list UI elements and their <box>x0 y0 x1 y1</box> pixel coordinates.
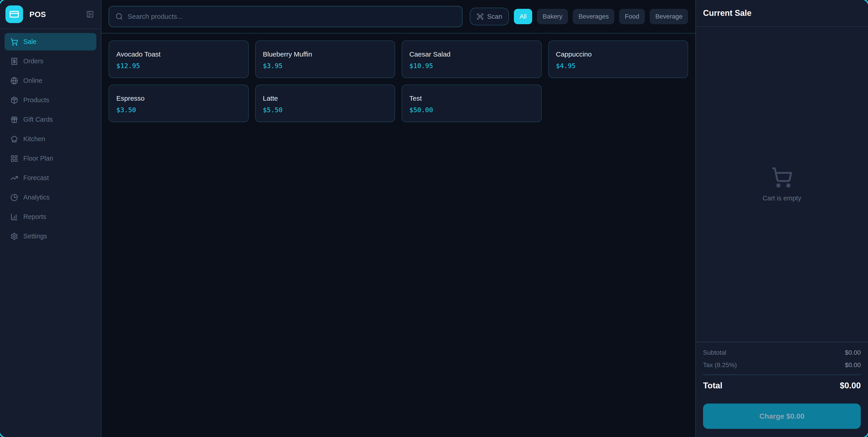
app-title: POS <box>29 10 86 19</box>
sidebar-item-label: Kitchen <box>23 135 45 143</box>
shopping-cart-icon <box>10 38 18 46</box>
sidebar-item-analytics[interactable]: Analytics <box>4 189 96 206</box>
sidebar-item-products[interactable]: Products <box>4 91 96 109</box>
product-card[interactable]: Test$50.00 <box>402 85 542 122</box>
product-name: Avocado Toast <box>116 51 241 58</box>
product-price: $3.50 <box>116 106 241 114</box>
sidebar-nav: SaleOrdersOnlineProductsGift CardsKitche… <box>0 29 101 249</box>
sidebar-item-label: Sale <box>23 38 36 45</box>
product-name: Caesar Salad <box>409 51 534 58</box>
scan-barcode-icon <box>476 13 484 20</box>
current-sale-title: Current Sale <box>703 8 751 18</box>
cart-empty-text: Cart is empty <box>763 194 801 202</box>
sidebar: POS SaleOrdersOnlineProductsGift CardsKi… <box>0 0 101 437</box>
main-header: Scan AllBakeryBeveragesFoodBeverage <box>101 0 695 33</box>
search-box <box>108 6 463 27</box>
product-card[interactable]: Latte$5.50 <box>255 85 395 122</box>
category-chip-bakery[interactable]: Bakery <box>537 9 568 24</box>
product-price: $3.95 <box>263 62 388 70</box>
sidebar-item-label: Settings <box>23 232 47 240</box>
category-chips: AllBakeryBeveragesFoodBeverage <box>514 9 688 24</box>
pie-chart-icon <box>10 194 18 201</box>
sidebar-item-sale[interactable]: Sale <box>4 33 96 51</box>
sidebar-item-orders[interactable]: Orders <box>4 53 96 70</box>
total-row: Total $0.00 <box>703 375 861 391</box>
sidebar-item-gift-cards[interactable]: Gift Cards <box>4 111 96 128</box>
sidebar-item-label: Reports <box>23 213 46 221</box>
search-input[interactable] <box>128 13 456 20</box>
settings-gear-icon <box>10 232 18 240</box>
product-price: $5.50 <box>263 106 388 114</box>
app-logo <box>5 5 23 23</box>
trending-up-icon <box>10 174 18 182</box>
product-card[interactable]: Caesar Salad$10.95 <box>402 40 542 78</box>
sidebar-item-reports[interactable]: Reports <box>4 208 96 225</box>
product-price: $10.95 <box>409 62 534 70</box>
globe-icon <box>10 77 18 85</box>
product-price: $50.00 <box>409 106 534 114</box>
receipt-icon <box>10 58 18 65</box>
totals-section: Subtotal $0.00 Tax (8.25%) $0.00 Total $… <box>696 342 868 437</box>
sidebar-item-label: Online <box>23 77 42 84</box>
panel-left-close-icon <box>86 10 94 18</box>
sidebar-item-label: Gift Cards <box>23 116 53 123</box>
sidebar-item-floor-plan[interactable]: Floor Plan <box>4 150 96 167</box>
bar-chart-icon <box>10 213 18 221</box>
product-card[interactable]: Cappuccino$4.95 <box>548 40 688 78</box>
cart-empty-state: Cart is empty <box>696 27 868 342</box>
sidebar-item-online[interactable]: Online <box>4 72 96 89</box>
sidebar-item-settings[interactable]: Settings <box>4 227 96 245</box>
main-content: Scan AllBakeryBeveragesFoodBeverage Avoc… <box>101 0 695 437</box>
product-card[interactable]: Espresso$3.50 <box>108 85 249 122</box>
category-chip-all[interactable]: All <box>514 9 532 24</box>
product-name: Espresso <box>116 95 241 102</box>
total-label: Total <box>703 381 722 391</box>
product-name: Latte <box>263 95 388 102</box>
scan-button[interactable]: Scan <box>470 8 509 25</box>
sidebar-header: POS <box>0 0 101 29</box>
product-name: Test <box>409 95 534 102</box>
category-chip-food[interactable]: Food <box>619 9 645 24</box>
subtotal-value: $0.00 <box>845 349 861 356</box>
sidebar-item-kitchen[interactable]: Kitchen <box>4 130 96 148</box>
sidebar-item-label: Floor Plan <box>23 155 53 162</box>
product-price: $4.95 <box>556 62 681 70</box>
empty-cart-icon <box>771 166 793 188</box>
product-name: Cappuccino <box>556 51 681 58</box>
credit-card-icon <box>9 9 19 19</box>
sidebar-item-forecast[interactable]: Forecast <box>4 169 96 187</box>
tax-row: Tax (8.25%) $0.00 <box>703 362 861 369</box>
chef-hat-icon <box>10 135 18 143</box>
subtotal-label: Subtotal <box>703 349 726 356</box>
current-sale-header: Current Sale <box>696 0 868 27</box>
tax-label: Tax (8.25%) <box>703 362 737 369</box>
product-card[interactable]: Blueberry Muffin$3.95 <box>255 40 395 78</box>
current-sale-panel: Current Sale Cart is empty Subtotal $0.0… <box>695 0 868 437</box>
sidebar-collapse-button[interactable] <box>86 10 95 19</box>
charge-button[interactable]: Charge $0.00 <box>703 404 861 429</box>
package-icon <box>10 96 18 104</box>
sidebar-item-label: Analytics <box>23 194 50 201</box>
category-chip-beverage[interactable]: Beverage <box>650 9 688 24</box>
sidebar-item-label: Orders <box>23 58 43 65</box>
header-actions: Scan AllBakeryBeveragesFoodBeverage <box>470 8 688 25</box>
tax-value: $0.00 <box>845 362 861 369</box>
search-icon <box>115 13 123 20</box>
sidebar-item-label: Products <box>23 96 49 104</box>
scan-button-label: Scan <box>487 13 502 20</box>
sidebar-item-label: Forecast <box>23 174 49 182</box>
layout-grid-icon <box>10 155 18 162</box>
product-grid: Avocado Toast$12.95Blueberry Muffin$3.95… <box>101 33 695 437</box>
product-card[interactable]: Avocado Toast$12.95 <box>108 40 249 78</box>
gift-icon <box>10 116 18 124</box>
category-chip-beverages[interactable]: Beverages <box>573 9 614 24</box>
total-value: $0.00 <box>840 381 861 391</box>
product-price: $12.95 <box>116 62 241 70</box>
product-name: Blueberry Muffin <box>263 51 388 58</box>
subtotal-row: Subtotal $0.00 <box>703 349 861 356</box>
